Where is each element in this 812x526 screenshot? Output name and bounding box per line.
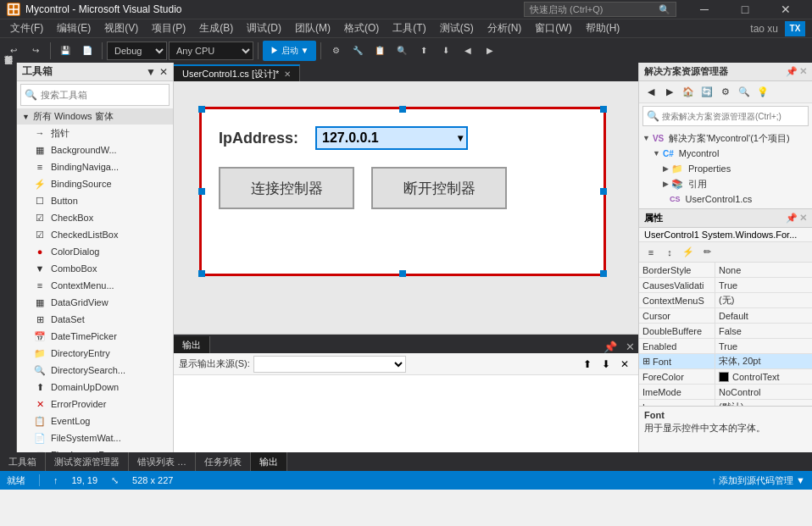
debug-mode-select[interactable]: Debug Release [107, 42, 167, 60]
toolbox-item-button[interactable]: ☐ Button [17, 192, 173, 209]
server-explorer-tab[interactable]: 服务器资源管理器 [0, 66, 17, 76]
design-surface[interactable]: IpAddress: 127.0.0.1 ▾ 连接控制器 断开控制器 [174, 81, 638, 334]
output-btn3[interactable]: ✕ [616, 356, 633, 373]
solution-explorer-pin-icon[interactable]: 📌 [786, 66, 798, 77]
bottom-tab-errors[interactable]: 错误列表 … [129, 452, 196, 471]
props-alphabetical-btn[interactable]: ↕ [661, 244, 678, 261]
toolbox-pin-icon[interactable]: ▼ [146, 66, 156, 78]
toolbar-btn1[interactable]: ⚙ [325, 41, 346, 61]
menu-edit[interactable]: 编辑(E) [50, 19, 97, 38]
toolbox-item-combobox[interactable]: ▼ ComboBox [17, 260, 173, 277]
tree-project[interactable]: ▼ C# Mycontrol [639, 146, 812, 161]
se-home-btn[interactable]: 🏠 [680, 84, 697, 101]
save-all-button[interactable]: 📄 [77, 41, 97, 61]
ip-combobox[interactable]: 127.0.0.1 ▾ [315, 126, 468, 150]
bottom-tab-test[interactable]: 测试资源管理器 [46, 452, 129, 471]
toolbox-item-flowlayoutpa[interactable]: ⊞ FlowLayoutPa... [17, 446, 173, 452]
se-forward-btn[interactable]: ▶ [661, 84, 678, 101]
toolbar-btn3[interactable]: 📋 [370, 41, 390, 61]
toolbox-item-pointer[interactable]: → 指针 [17, 125, 173, 141]
toolbox-item-checkbox[interactable]: ☑ CheckBox [17, 209, 173, 226]
prop-forecolor-value[interactable]: ControlText [715, 369, 812, 384]
prop-doublebuffere-value[interactable]: False [715, 324, 812, 338]
prop-borderstyle-value[interactable]: None [715, 263, 812, 277]
toolbox-category[interactable]: ▼ 所有 Windows 窗体 [17, 108, 173, 125]
toolbox-close-icon[interactable]: ✕ [159, 66, 168, 78]
resize-handle-bottomright[interactable] [600, 270, 607, 277]
toolbox-search-box[interactable]: 🔍 [20, 84, 170, 106]
menu-help[interactable]: 帮助(H) [579, 19, 627, 38]
output-panel-close-icon[interactable]: ✕ [622, 341, 638, 353]
menu-team[interactable]: 团队(M) [288, 19, 337, 38]
toolbox-item-bindingsource[interactable]: ⚡ BindingSource [17, 175, 173, 192]
tree-references[interactable]: ▶ 📚 引用 [639, 176, 812, 191]
resize-handle-bottomleft[interactable] [198, 270, 205, 277]
connect-button[interactable]: 连接控制器 [219, 167, 354, 209]
menu-analyze[interactable]: 分析(N) [481, 19, 529, 38]
toolbar-btn4[interactable]: 🔍 [392, 41, 412, 61]
toolbox-item-dataset[interactable]: ⊞ DataSet [17, 311, 173, 328]
tree-usercontrol[interactable]: CS UserControl1.cs [639, 191, 812, 207]
doc-tab-usercontrol[interactable]: UserControl1.cs [设计]* ✕ [174, 64, 300, 81]
toolbox-item-eventlog[interactable]: 📋 EventLog [17, 412, 173, 429]
toolbox-item-bindingnaviga[interactable]: ≡ BindingNaviga... [17, 158, 173, 175]
resize-handle-left[interactable] [198, 188, 205, 195]
menu-file[interactable]: 文件(F) [3, 19, 50, 38]
bottom-tab-tasks[interactable]: 任务列表 [196, 452, 251, 471]
output-panel-pin-icon[interactable]: 📌 [598, 341, 622, 353]
toolbar-btn5[interactable]: ⬆ [414, 41, 434, 61]
se-preview-btn[interactable]: 💡 [754, 84, 771, 101]
solution-explorer-close-icon[interactable]: ✕ [799, 66, 807, 77]
toolbox-item-colordialog[interactable]: ● ColorDialog [17, 243, 173, 260]
quick-launch-search[interactable]: 快速启动 (Ctrl+Q) [530, 3, 659, 16]
resize-handle-top[interactable] [399, 106, 406, 113]
output-btn1[interactable]: ⬆ [579, 356, 596, 373]
bottom-tab-output[interactable]: 输出 [251, 452, 287, 471]
undo-button[interactable]: ↩ [3, 41, 24, 61]
menu-build[interactable]: 生成(B) [192, 19, 240, 38]
platform-select[interactable]: Any CPU [169, 42, 253, 60]
menu-format[interactable]: 格式(O) [337, 19, 386, 38]
doc-tab-close-icon[interactable]: ✕ [284, 69, 291, 79]
prop-causesvalidation-value[interactable]: True [715, 278, 812, 292]
output-tab-output[interactable]: 输出 [174, 336, 210, 353]
menu-view[interactable]: 视图(V) [97, 19, 145, 38]
resize-handle-bottom[interactable] [399, 270, 406, 277]
tree-properties[interactable]: ▶ 📁 Properties [639, 161, 812, 176]
prop-enabled-value[interactable]: True [715, 339, 812, 353]
toolbox-item-datetimepicker[interactable]: 📅 DateTimePicker [17, 328, 173, 345]
toolbox-item-datagridview[interactable]: ▦ DataGridView [17, 294, 173, 311]
se-filter-btn[interactable]: 🔍 [736, 84, 753, 101]
toolbox-item-domainupdown[interactable]: ⬆ DomainUpDown [17, 379, 173, 396]
add-to-source-btn[interactable]: ↑ 添加到源代码管理 ▼ [712, 474, 806, 487]
solution-search-input[interactable] [662, 112, 804, 121]
output-source-select[interactable] [253, 356, 406, 373]
se-back-btn[interactable]: ◀ [642, 84, 659, 101]
solution-search-box[interactable]: 🔍 [642, 106, 809, 126]
toolbar-btn2[interactable]: 🔧 [348, 41, 368, 61]
props-events-btn[interactable]: ⚡ [680, 244, 697, 261]
toolbar-btn7[interactable]: ◀ [458, 41, 478, 61]
prop-contextmenus-value[interactable]: (无) [715, 293, 812, 307]
resize-handle-topleft[interactable] [198, 106, 205, 113]
disconnect-button[interactable]: 断开控制器 [371, 167, 507, 209]
properties-close-icon[interactable]: ✕ [799, 213, 807, 224]
menu-project[interactable]: 项目(P) [145, 19, 192, 38]
resize-handle-topright[interactable] [600, 106, 607, 113]
close-button[interactable]: ✕ [766, 0, 805, 19]
properties-pin-icon[interactable]: 📌 [786, 213, 798, 224]
prop-font-expand-icon[interactable]: ⊞ [642, 356, 650, 367]
output-btn2[interactable]: ⬇ [598, 356, 615, 373]
toolbox-search-input[interactable] [41, 90, 165, 100]
toolbox-item-checkedlistbox[interactable]: ☑ CheckedListBox [17, 226, 173, 243]
toolbar-btn6[interactable]: ⬇ [436, 41, 456, 61]
prop-font-value[interactable]: 宋体, 20pt [715, 354, 812, 368]
toolbox-item-filesystemwat[interactable]: 📄 FileSystemWat... [17, 429, 173, 446]
toolbox-item-backgroundw[interactable]: ▦ BackgroundW... [17, 141, 173, 158]
toolbox-item-directorysearch[interactable]: 🔍 DirectorySearch... [17, 362, 173, 379]
props-pages-btn[interactable]: ✏ [698, 244, 715, 261]
se-refresh-btn[interactable]: 🔄 [698, 84, 715, 101]
save-button[interactable]: 💾 [55, 41, 75, 61]
menu-debug[interactable]: 调试(D) [240, 19, 288, 38]
toolbox-item-errorprovider[interactable]: ✕ ErrorProvider [17, 396, 173, 412]
